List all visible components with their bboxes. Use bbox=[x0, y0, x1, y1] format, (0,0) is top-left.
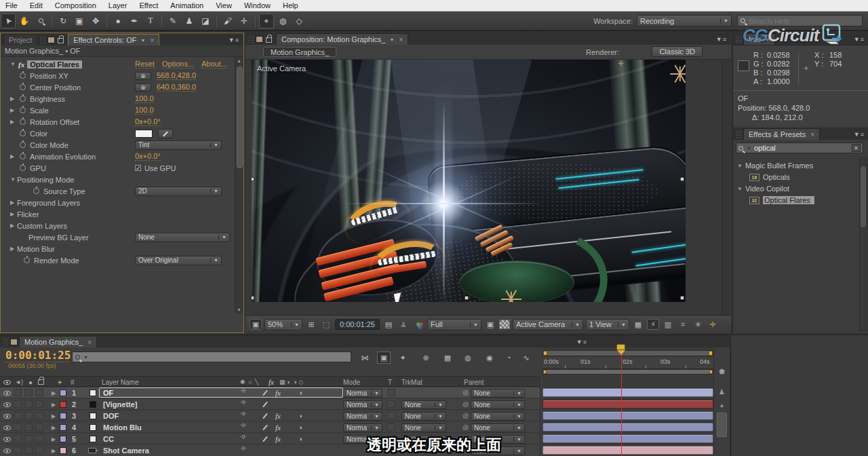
composition-name-button[interactable]: Motion Graphics_ bbox=[263, 47, 336, 57]
parent-dropdown[interactable]: None▼ bbox=[471, 412, 525, 421]
stopwatch-icon[interactable] bbox=[20, 165, 26, 171]
shape-tool-icon[interactable]: ● bbox=[111, 14, 125, 28]
layer-row-4[interactable]: ▶ 4 Motion Blu fx ◑ Normal▼ None▼ @ None… bbox=[0, 422, 540, 433]
panel-grip[interactable] bbox=[248, 35, 254, 43]
parent-dropdown[interactable]: None▼ bbox=[471, 400, 525, 409]
property-value[interactable]: 568.0,428.0 bbox=[157, 71, 196, 80]
panel-grip[interactable] bbox=[736, 130, 741, 138]
shy-toggle[interactable] bbox=[240, 411, 250, 421]
parent-pickwhip-icon[interactable]: @ bbox=[462, 387, 469, 398]
reset-exposure-icon[interactable]: ✳ bbox=[692, 319, 704, 330]
menu-composition[interactable]: Composition bbox=[55, 1, 96, 10]
camera-tool-icon[interactable]: ▣ bbox=[72, 14, 87, 28]
world-axis-mode-icon[interactable]: ◍ bbox=[275, 14, 290, 28]
playhead-marker[interactable] bbox=[616, 344, 627, 355]
parent-pickwhip-icon[interactable]: @ bbox=[462, 399, 469, 410]
twirl-right-icon[interactable]: ▶ bbox=[10, 246, 17, 252]
tab-effects-presets[interactable]: Effects & Presets× bbox=[743, 128, 820, 140]
clone-stamp-tool-icon[interactable]: ♟ bbox=[182, 14, 197, 28]
tab-composition[interactable]: Composition: Motion Graphics_▼× bbox=[276, 33, 408, 45]
stopwatch-icon[interactable] bbox=[20, 107, 26, 113]
viewport-timecode[interactable]: 0:00:01:25 bbox=[335, 319, 380, 330]
eyedropper-icon[interactable] bbox=[158, 129, 173, 138]
type-tool-icon[interactable]: T bbox=[143, 14, 158, 28]
timeline-scrollbar[interactable] bbox=[717, 413, 727, 437]
selection-handle[interactable] bbox=[252, 296, 254, 300]
parent-pickwhip-icon[interactable]: @ bbox=[462, 411, 469, 421]
view-layout-dropdown[interactable]: 1 View▼ bbox=[586, 319, 629, 330]
blend-mode-dropdown[interactable]: Normal▼ bbox=[343, 389, 382, 398]
preview-bg-layer-dropdown[interactable]: None▼ bbox=[135, 233, 230, 242]
mini-flowchart-icon[interactable]: ⋈ bbox=[358, 352, 372, 364]
layer-visibility-toggle[interactable] bbox=[3, 387, 11, 398]
twirl-right-icon[interactable]: ▶ bbox=[10, 96, 17, 102]
twirl-right-icon[interactable]: ▶ bbox=[10, 119, 17, 125]
blend-mode-dropdown[interactable]: Normal▼ bbox=[343, 423, 382, 432]
stopwatch-icon[interactable] bbox=[20, 96, 26, 102]
selection-handle[interactable] bbox=[465, 296, 469, 300]
effects-item-row[interactable]: 16 Opticals bbox=[733, 172, 858, 183]
scroll-up-icon[interactable]: ▲ bbox=[237, 58, 241, 63]
brainstorm-icon[interactable]: ◉ bbox=[483, 352, 496, 364]
eraser-tool-icon[interactable]: ◪ bbox=[198, 14, 213, 28]
about-link[interactable]: About... bbox=[201, 60, 227, 69]
trkmat-dropdown[interactable]: None▼ bbox=[401, 412, 446, 421]
close-icon[interactable]: × bbox=[87, 339, 92, 346]
menu-animation[interactable]: Animation bbox=[170, 1, 203, 10]
stopwatch-icon[interactable] bbox=[20, 119, 26, 125]
clear-search-icon[interactable]: × bbox=[852, 144, 861, 152]
viewport-scrollbar[interactable] bbox=[722, 60, 731, 315]
blend-mode-dropdown[interactable]: Normal▼ bbox=[343, 412, 382, 421]
snapshot-icon[interactable]: ▤ bbox=[382, 319, 395, 330]
transparency-grid-icon[interactable] bbox=[499, 320, 510, 329]
quality-toggle[interactable] bbox=[264, 411, 266, 421]
motion-blur-toggle[interactable]: ◑ bbox=[298, 411, 302, 421]
twirl-down-icon[interactable]: ▼ bbox=[737, 186, 743, 192]
layer-duration-bar[interactable] bbox=[542, 411, 713, 420]
effects-item-row-selected[interactable]: 32 Optical Flares bbox=[733, 195, 858, 206]
scroll-down-icon[interactable]: ▼ bbox=[237, 307, 241, 312]
reset-link[interactable]: Reset bbox=[135, 60, 155, 69]
panel-menu-icon[interactable]: ▼≡ bbox=[854, 131, 865, 138]
parent-dropdown[interactable]: None▼ bbox=[471, 423, 525, 432]
panel-menu-icon[interactable]: ▼≡ bbox=[576, 339, 587, 345]
motion-blur-toggle[interactable]: ◑ bbox=[298, 387, 302, 398]
stopwatch-icon[interactable] bbox=[20, 73, 26, 79]
effects-search-input[interactable] bbox=[754, 144, 849, 152]
selection-handle[interactable] bbox=[680, 296, 684, 300]
menu-view[interactable]: View bbox=[216, 1, 232, 10]
comp-marker-icon[interactable]: ⬟ bbox=[716, 366, 728, 376]
tab-timeline[interactable]: Motion Graphics_× bbox=[19, 336, 97, 347]
menu-window[interactable]: Window bbox=[244, 1, 271, 10]
color-swatch[interactable] bbox=[135, 130, 153, 138]
layer-name[interactable]: OF bbox=[103, 387, 113, 398]
label-color-swatch[interactable] bbox=[60, 390, 66, 396]
property-value[interactable]: 100.0 bbox=[135, 106, 154, 115]
magnification-dropdown[interactable]: 50%▼ bbox=[264, 319, 302, 330]
panel-grip[interactable] bbox=[40, 36, 45, 44]
options-link[interactable]: Options... bbox=[162, 60, 194, 69]
quality-toggle[interactable] bbox=[264, 387, 266, 398]
t-column-label[interactable]: T bbox=[388, 377, 392, 387]
blend-mode-dropdown[interactable]: Normal▼ bbox=[343, 400, 382, 409]
frame-blending-icon[interactable]: ▦ bbox=[441, 352, 454, 364]
close-icon[interactable]: × bbox=[399, 36, 403, 43]
layer-visibility-toggle[interactable] bbox=[3, 422, 11, 433]
renderer-button[interactable]: Classic 3D bbox=[652, 46, 703, 57]
local-axis-mode-icon[interactable]: ⌖ bbox=[259, 14, 274, 28]
menu-file[interactable]: File bbox=[5, 1, 18, 10]
layer-row-3[interactable]: ▶ 3 DOF fx ◑ Normal▼ None▼ @ None▼ bbox=[0, 411, 540, 421]
pan-behind-tool-icon[interactable]: ✥ bbox=[88, 14, 103, 28]
composition-viewport[interactable]: ✛ Active Camera bbox=[245, 60, 731, 315]
layer-name[interactable]: [Vignette] bbox=[103, 399, 138, 410]
view-axis-mode-icon[interactable]: ◇ bbox=[292, 14, 307, 28]
twirl-right-icon[interactable]: ▶ bbox=[52, 422, 56, 433]
graph-editor-icon[interactable]: ∿ bbox=[519, 352, 533, 364]
draft-3d-icon[interactable]: ✦ bbox=[396, 352, 410, 364]
time-ruler[interactable]: 0:00s 01s 02s 03s 04s bbox=[542, 357, 713, 369]
label-color-swatch[interactable] bbox=[60, 413, 66, 419]
puppet-pin-tool-icon[interactable]: ✛ bbox=[237, 14, 252, 28]
twirl-right-icon[interactable]: ▶ bbox=[10, 107, 17, 113]
menu-help[interactable]: Help bbox=[283, 1, 298, 10]
twirl-right-icon[interactable]: ▶ bbox=[10, 211, 17, 217]
